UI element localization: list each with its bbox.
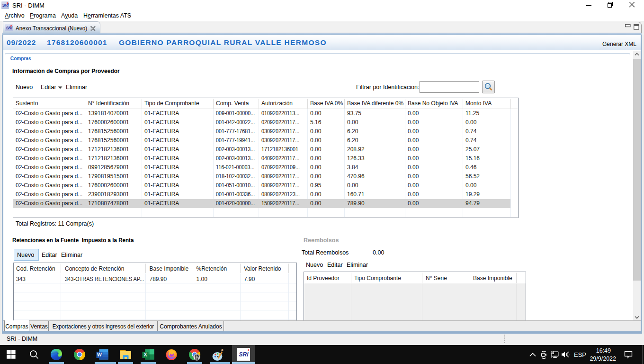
svg-text:W: W [97,352,102,357]
svg-text:X: X [143,352,147,357]
